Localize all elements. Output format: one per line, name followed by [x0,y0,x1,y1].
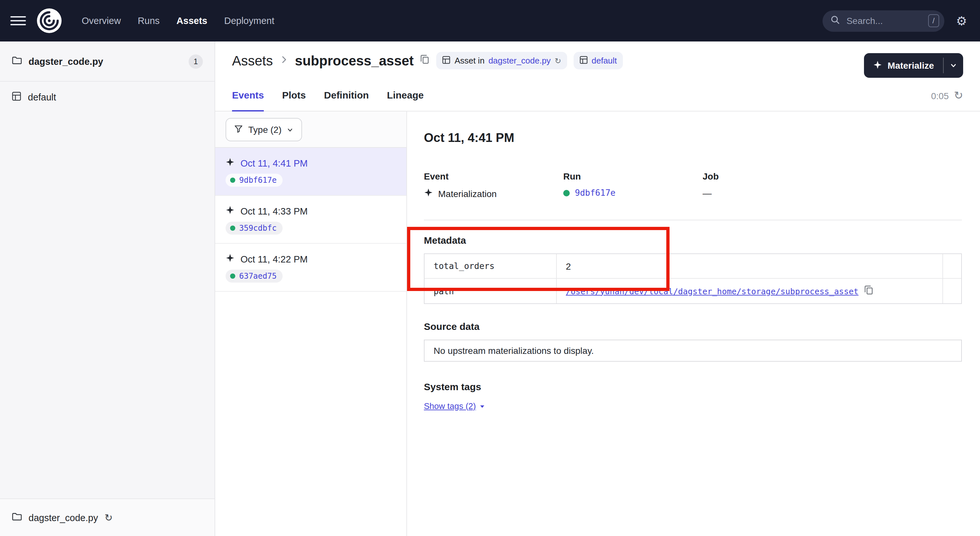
sidebar-group-label: default [28,92,56,102]
group-link[interactable]: default [592,56,617,65]
search-input[interactable] [845,15,915,27]
dagster-logo[interactable] [36,8,62,34]
gear-icon[interactable]: ⚙ [956,14,967,27]
nav-runs[interactable]: Runs [131,12,166,30]
sidebar-footer-code-file[interactable]: dagster_code.py ↻ [0,498,215,536]
search-icon [830,14,840,27]
folder-icon [12,511,22,524]
metadata-heading: Metadata [424,235,962,246]
breadcrumb: Assets subprocess_asset Asset in dagster… [232,52,623,69]
copy-path-icon[interactable] [864,285,873,297]
run-column-label: Run [563,171,703,181]
tab-plots[interactable]: Plots [282,80,305,111]
asset-tabs: Events Plots Definition Lineage 0:05 ↻ [215,80,980,111]
caret-down-icon [479,403,485,409]
materialize-label: Materialize [888,60,934,71]
group-grid-icon [12,91,21,103]
asset-header: Assets subprocess_asset Asset in dagster… [215,41,980,80]
source-data-heading: Source data [424,321,962,332]
storage-path-link[interactable]: /Users/yuhan/dev/local/dagster_home/stor… [566,286,859,296]
refresh-icon[interactable]: ↻ [954,90,964,101]
tab-events[interactable]: Events [232,80,264,111]
event-detail-panel: Oct 11, 4:41 PM Event Materialization [407,111,980,536]
asset-in-label: Asset in [455,56,485,65]
dagster-app: Overview Runs Assets Deployment / ⚙ dag [0,0,980,536]
sidebar-item-code-file[interactable]: dagster_code.py 1 [0,41,215,82]
metadata-key: total_orders [425,254,557,279]
event-list-item[interactable]: Oct 11, 4:33 PM 359cdbfc [215,196,406,244]
materialize-button[interactable]: Materialize [864,53,963,78]
job-empty-value: — [703,188,712,198]
job-column-label: Job [703,171,842,181]
event-type-value: Materialization [438,188,497,199]
nav-assets[interactable]: Assets [170,12,214,30]
refresh-timer: 0:05 [931,91,949,101]
event-detail-title: Oct 11, 4:41 PM [424,131,962,145]
chevron-right-icon [279,55,288,67]
copy-asset-name-icon[interactable] [420,54,430,67]
materialization-sparkle-icon [226,205,235,216]
run-status-dot [230,274,235,279]
nav-deployment[interactable]: Deployment [218,12,281,30]
search-box[interactable]: / [822,10,944,32]
filter-funnel-icon [234,124,243,135]
materialization-sparkle-icon [424,188,433,199]
run-status-dot [230,178,235,183]
events-list-panel: Type (2) Oct 11, 4:41 PM [215,111,407,536]
run-link-pill[interactable]: 9dbf617e [226,174,283,187]
run-status-dot [563,189,570,196]
sidebar-file-label: dagster_code.py [29,56,103,67]
page-title: subprocess_asset [295,53,414,68]
run-id: 359cdbfc [239,224,277,233]
table-icon [442,56,451,66]
system-tags-heading: System tags [424,381,962,392]
event-list-item[interactable]: Oct 11, 4:41 PM 9dbf617e [215,148,406,196]
tab-lineage[interactable]: Lineage [387,80,423,111]
show-tags-link[interactable]: Show tags (2) [424,401,485,411]
run-link-pill[interactable]: 637aed75 [226,270,283,283]
event-timestamp: Oct 11, 4:33 PM [240,206,307,216]
sparkle-icon [873,60,883,71]
type-filter-button[interactable]: Type (2) [226,118,302,141]
breadcrumb-assets-link[interactable]: Assets [232,53,273,68]
materialization-sparkle-icon [226,253,235,264]
run-id: 637aed75 [239,272,277,281]
chevron-down-icon [287,126,294,133]
source-data-empty-state: No upstream materializations to display. [424,340,962,362]
reload-icon[interactable]: ↻ [555,57,561,65]
sidebar-item-default-group[interactable]: default [0,82,215,113]
materialization-sparkle-icon [226,157,235,169]
search-shortcut-badge: / [928,14,939,27]
asset-sidebar: dagster_code.py 1 default dagster_code.p… [0,41,215,536]
reload-code-location-icon[interactable]: ↻ [104,513,113,522]
event-column-label: Event [424,171,563,181]
sidebar-footer-label: dagster_code.py [29,512,98,523]
code-location-link[interactable]: dagster_code.py [488,56,550,65]
menu-icon[interactable] [10,16,26,25]
grid-icon [579,56,588,66]
top-nav-bar: Overview Runs Assets Deployment / ⚙ [0,0,980,41]
event-timestamp: Oct 11, 4:41 PM [240,158,307,168]
metadata-table: total_orders 2 path /Users/yuhan/dev/loc… [424,253,962,304]
primary-nav: Overview Runs Assets Deployment [75,12,281,30]
nav-overview[interactable]: Overview [75,12,127,30]
asset-location-chip[interactable]: Asset in dagster_code.py ↻ [436,52,567,69]
metadata-key: path [425,279,557,303]
tab-definition[interactable]: Definition [324,80,369,111]
event-timestamp: Oct 11, 4:22 PM [240,254,307,264]
group-chip[interactable]: default [574,52,623,69]
event-list-item[interactable]: Oct 11, 4:22 PM 637aed75 [215,244,406,292]
run-link-pill[interactable]: 359cdbfc [226,222,283,235]
folder-icon [12,55,22,67]
run-id: 9dbf617e [239,176,277,185]
run-status-dot [230,226,235,231]
run-id-link[interactable]: 9dbf617e [575,188,616,198]
type-filter-label: Type (2) [248,124,282,135]
materialize-dropdown-button[interactable] [944,53,963,78]
metadata-value: 2 [557,254,943,279]
asset-count-badge: 1 [189,54,203,68]
